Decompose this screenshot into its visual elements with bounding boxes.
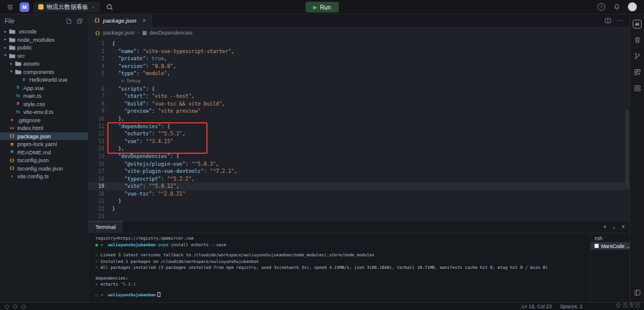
split-editor-icon[interactable] bbox=[605, 17, 611, 24]
tree-item-README.md[interactable]: MREADME.md bbox=[0, 148, 88, 157]
tree-item-HelloWorld.vue[interactable]: VHelloWorld.vue bbox=[0, 76, 88, 84]
statusbar-icon-1[interactable] bbox=[5, 305, 9, 309]
tree-item-tsconfig.json[interactable]: {}tsconfig.json bbox=[0, 156, 88, 165]
code-line-23[interactable]: 23 bbox=[88, 213, 630, 221]
collapse-all-icon[interactable] bbox=[76, 18, 83, 24]
terminal-line-4: ✓ Linked 3 latest versions fallback to /… bbox=[95, 252, 590, 259]
close-icon[interactable]: × bbox=[143, 17, 146, 24]
code-line-3[interactable]: 3 "private": true, bbox=[88, 55, 630, 63]
code-line-11[interactable]: 11 "dependencies": { bbox=[88, 123, 630, 131]
tree-item-.gitignore[interactable]: ◆.gitignore bbox=[0, 116, 88, 125]
code-text: "echarts": "^5.5.1", bbox=[112, 130, 185, 138]
app-menu-icon[interactable] bbox=[5, 2, 16, 13]
code-line-2[interactable]: 2 "name": "vite-vue-typescript-starter", bbox=[88, 48, 630, 55]
tree-item-assets[interactable]: ▸assets bbox=[0, 60, 88, 68]
more-actions-icon[interactable]: ⋯ bbox=[617, 17, 624, 24]
code-line-8[interactable]: 8 "build": "vue-tsc && vite build", bbox=[88, 100, 630, 108]
tree-item-package.json[interactable]: {}package.json bbox=[0, 132, 88, 141]
code-text: "version": "0.0.0", bbox=[112, 63, 177, 70]
code-text: "devDependencies": { bbox=[112, 153, 179, 160]
terminal-output[interactable]: registry=https://registry.npmmirror.com●… bbox=[88, 233, 590, 302]
new-file-icon[interactable] bbox=[66, 18, 72, 24]
terminal-session-marscode-[interactable]: MarsCode ... bbox=[591, 242, 630, 250]
code-line-1[interactable]: 1{ bbox=[88, 40, 630, 48]
session-label: MarsCode ... bbox=[601, 243, 630, 249]
notifications-bell-icon[interactable] bbox=[611, 2, 622, 13]
file-name: App.vue bbox=[23, 85, 44, 91]
code-line-13[interactable]: 13 "vue": "^3.4.15" bbox=[88, 138, 630, 145]
editor-tabbar: {} package.json × ⋯ bbox=[88, 14, 630, 27]
tree-item-tsconfig.node.json[interactable]: {}tsconfig.node.json bbox=[0, 165, 88, 173]
breadcrumb-symbol[interactable]: devDependencies bbox=[150, 30, 193, 36]
line-number: 9 bbox=[88, 107, 112, 115]
code-line-16[interactable]: 16 "@vitejs/plugin-vue": "^5.0.3", bbox=[88, 160, 630, 168]
tree-item-components[interactable]: ▾components bbox=[0, 68, 88, 76]
codelens-debug[interactable]: ▷ Debug bbox=[88, 78, 630, 85]
terminal-session-zsh[interactable]: zsh bbox=[591, 234, 630, 242]
tree-item-style.css[interactable]: #style.css bbox=[0, 100, 88, 108]
tree-item-.vscode[interactable]: ▸.vscode bbox=[0, 27, 88, 36]
tree-item-main.ts[interactable]: TSmain.ts bbox=[0, 92, 88, 100]
new-terminal-icon[interactable]: + bbox=[603, 224, 607, 230]
tree-item-node_modules[interactable]: ▸node_modules bbox=[0, 36, 88, 44]
terminal-line-11: ○ ➜ wuliuyunshujukanban bbox=[95, 292, 590, 299]
cursor-position[interactable]: Ln 19, Col 23 bbox=[522, 303, 552, 309]
code-line-7[interactable]: 7 "start": "vite --host", bbox=[88, 92, 630, 100]
code-line-12[interactable]: 12 "echarts": "^5.5.1", bbox=[88, 130, 630, 138]
tab-terminal[interactable]: Terminal bbox=[88, 221, 123, 233]
statusbar-icon-2[interactable] bbox=[13, 305, 17, 309]
terminal-dropdown-icon[interactable]: ⌄ bbox=[612, 225, 616, 230]
code-line-17[interactable]: 17 "vite-plugin-vue-devtools": "^7.2.1", bbox=[88, 168, 630, 175]
search-icon[interactable] bbox=[104, 2, 115, 13]
line-number: 20 bbox=[88, 190, 112, 198]
trash-icon[interactable] bbox=[633, 35, 642, 45]
code-line-19[interactable]: 19 "vite": "^5.0.12", bbox=[88, 182, 630, 190]
indent-setting[interactable]: Spaces: 2 bbox=[560, 303, 583, 309]
source-control-icon[interactable] bbox=[633, 51, 642, 61]
code-line-10[interactable]: 10 }, bbox=[88, 115, 630, 123]
tree-item-public[interactable]: ▸public bbox=[0, 44, 88, 52]
tree-item-vite-env.d.ts[interactable]: TSvite-env.d.ts bbox=[0, 108, 88, 116]
statusbar-icon-3[interactable] bbox=[21, 305, 26, 309]
close-panel-icon[interactable]: × bbox=[621, 224, 625, 230]
code-line-22[interactable]: 22} bbox=[88, 205, 630, 213]
editor-scrollbar[interactable] bbox=[626, 110, 628, 187]
help-icon[interactable]: ? bbox=[597, 3, 605, 11]
code-line-21[interactable]: 21 } bbox=[88, 197, 630, 205]
user-avatar[interactable] bbox=[628, 2, 637, 11]
tree-item-vite.config.ts[interactable]: ⚡vite.config.ts bbox=[0, 172, 88, 181]
run-label: Run bbox=[320, 4, 330, 11]
json-icon: {} bbox=[94, 18, 100, 23]
code-line-4[interactable]: 4 "version": "0.0.0", bbox=[88, 63, 630, 70]
ai-assistant-icon[interactable]: AI bbox=[633, 19, 642, 29]
code-line-9[interactable]: 9 "preview": "vite preview" bbox=[88, 107, 630, 115]
code-area[interactable]: 1{2 "name": "vite-vue-typescript-starter… bbox=[88, 38, 630, 221]
extensions-icon[interactable] bbox=[633, 67, 642, 77]
chevron-down-icon: ⌄ bbox=[91, 4, 95, 10]
code-line-20[interactable]: 20 "vue-tsc": "^2.0.21" bbox=[88, 190, 630, 198]
breadcrumb: {} package.json › devDependencies bbox=[88, 27, 630, 38]
file-name: components bbox=[23, 69, 54, 75]
breadcrumb-file[interactable]: package.json bbox=[103, 30, 135, 36]
code-line-15[interactable]: 15 "devDependencies": { bbox=[88, 153, 630, 160]
run-button[interactable]: ▶ Run bbox=[305, 2, 339, 13]
tree-item-index.html[interactable]: <>index.html bbox=[0, 124, 88, 132]
tab-package-json[interactable]: {} package.json × bbox=[88, 14, 152, 27]
code-line-6[interactable]: 6 "scripts": { bbox=[88, 85, 630, 93]
tree-item-App.vue[interactable]: VApp.vue bbox=[0, 84, 88, 92]
code-line-14[interactable]: 14 }, bbox=[88, 145, 630, 153]
line-number: 3 bbox=[88, 55, 112, 63]
code-line-5[interactable]: 5 "type": "module", bbox=[88, 70, 630, 78]
tree-item-src[interactable]: ▾src bbox=[0, 52, 88, 60]
project-switcher[interactable]: 物流云数据看板 ⌄ bbox=[33, 2, 100, 13]
line-number: 6 bbox=[88, 85, 112, 93]
tree-item-pnpm-lock.yaml[interactable]: ▤pnpm-lock.yaml bbox=[0, 140, 88, 148]
grid-dashboard-icon[interactable] bbox=[633, 83, 642, 93]
chevron-right-icon: ▸ bbox=[2, 45, 8, 50]
docs-book-icon[interactable] bbox=[633, 288, 642, 297]
code-text: "type": "module", bbox=[112, 70, 170, 78]
code-line-18[interactable]: 18 "typescript": "^5.2.2", bbox=[88, 175, 630, 183]
file-name: vite-env.d.ts bbox=[23, 108, 54, 115]
line-number: 8 bbox=[88, 100, 112, 108]
line-number: 17 bbox=[88, 168, 112, 175]
